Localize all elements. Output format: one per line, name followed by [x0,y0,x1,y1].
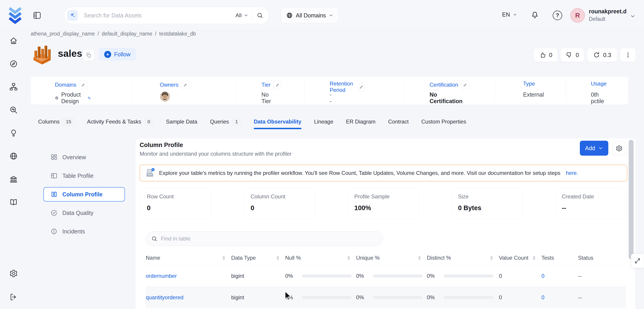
column-header-name[interactable]: Name [146,255,231,261]
upvote-button[interactable]: 0 [534,48,558,62]
workflow-document-icon [144,168,156,178]
sidebar-item-incidents[interactable]: Incidents [44,224,125,239]
sidebar-item-label: Incidents [62,228,85,235]
tab-sample-data[interactable]: Sample Data [166,114,197,129]
column-header-data-type[interactable]: Data Type [231,255,285,261]
type-label: Type [523,81,535,87]
help-icon[interactable]: ? [553,11,562,20]
search-icon[interactable] [257,12,263,19]
column-header-status[interactable]: Status [578,255,626,261]
home-icon[interactable] [9,37,18,45]
table-row[interactable]: ordernumber bigint 0% 0% 0% 0 0 -- [146,265,626,286]
breadcrumb-database[interactable]: default_display_name [102,31,152,37]
find-in-table-input[interactable] [160,235,378,242]
user-menu-chevron-icon[interactable] [630,14,636,19]
progress-bar [444,296,493,299]
observability-icon[interactable] [9,106,18,114]
column-header-value-count[interactable]: Value Count [499,255,542,261]
domains-globe-icon[interactable] [9,152,18,160]
downvote-button[interactable]: 0 [560,48,584,62]
follow-button[interactable]: ★ Follow [99,48,136,61]
tab-queries[interactable]: Queries1 [210,114,241,129]
exclamation-circle-icon [50,228,58,235]
edit-retention-button[interactable] [358,83,364,91]
insights-bulb-icon[interactable] [9,129,18,137]
domains-label: Domains [55,82,76,88]
sort-icon[interactable] [276,256,279,260]
edit-owners-button[interactable] [181,81,190,89]
tab-data-observability[interactable]: Data Observability [254,114,302,129]
column-name-link[interactable]: ordernumber [146,273,231,279]
column-header-unique-pct[interactable]: Unique % [356,255,427,261]
sidebar-item-table-profile[interactable]: Table Profile [44,169,125,183]
stat-value: 100% [354,204,371,212]
app-logo-icon[interactable] [8,6,22,24]
copy-name-button[interactable] [83,49,94,61]
tab-lineage[interactable]: Lineage [314,114,333,129]
add-button[interactable]: Add [580,141,608,156]
column-name-link[interactable]: quantityordered [146,294,231,301]
column-header-distinct-pct[interactable]: Distinct % [427,255,499,261]
tab-contract[interactable]: Contract [388,114,409,129]
stat-label: Size [458,193,469,200]
tab-activity-feeds[interactable]: Activity Feeds & Tasks0 [87,114,153,129]
tab-columns[interactable]: Columns15 [38,114,74,129]
table-row[interactable]: quantityordered bigint 0% 0% 0% 0 0 -- [146,286,626,308]
user-name: rounakpreet.d [589,8,626,15]
stat-card-column-count: Column Count 0 [244,188,315,219]
score-button[interactable]: 0.3 [587,48,617,62]
refresh-icon [593,52,600,58]
banner-docs-link[interactable]: here. [566,170,578,176]
edit-certification-button[interactable] [461,81,470,89]
panel-scrollbar[interactable] [629,140,634,259]
owner-avatar[interactable] [160,91,170,102]
governance-bank-icon[interactable] [9,175,18,183]
breadcrumb-service[interactable]: athena_prod_display_name [31,31,95,37]
tab-er-diagram[interactable]: ER Diagram [346,114,376,129]
tests-link[interactable]: 0 [542,294,578,301]
sort-icon[interactable] [347,256,350,260]
downvote-count: 0 [576,52,579,59]
language-dropdown[interactable]: EN [502,11,517,18]
sidebar-bottom-icons [9,269,18,301]
domain-value[interactable]: Product Design [61,91,85,105]
column-header-tests[interactable]: Tests [542,255,578,261]
profiler-settings-button[interactable] [612,141,626,156]
more-actions-button[interactable] [620,48,636,62]
divider [252,11,253,20]
chevron-down-icon [329,13,333,18]
search-input[interactable] [78,12,236,19]
check-circle-icon [50,209,58,216]
sort-icon[interactable] [490,256,493,260]
glossary-book-icon[interactable] [9,198,18,206]
sidebar-toggle-icon[interactable] [33,11,41,20]
edit-tier-button[interactable] [273,81,282,89]
expand-panel-button[interactable] [631,253,644,268]
entity-metadata-panel: Domains Product Design Owners [31,77,628,105]
thumbs-down-icon [566,52,572,58]
sidebar-item-column-profile[interactable]: Column Profile [44,187,125,202]
settings-gear-icon[interactable] [9,269,18,278]
notifications-bell-icon[interactable] [530,11,539,20]
data-assets-sitemap-icon[interactable] [9,83,18,91]
sidebar-item-data-quality[interactable]: Data Quality [44,206,125,220]
all-domains-button[interactable]: All Domains [281,8,338,23]
edit-domains-button[interactable] [79,81,88,89]
sort-icon[interactable] [222,256,225,260]
user-menu[interactable]: rounakpreet.d Default [589,8,626,22]
user-avatar[interactable]: R [570,8,585,23]
column-header-null-pct[interactable]: Null % [285,255,356,261]
kebab-icon [625,52,631,58]
search-scope-dropdown[interactable]: All [236,12,248,19]
sort-icon[interactable] [418,256,421,260]
logout-icon[interactable] [9,293,18,301]
sort-icon[interactable] [532,256,536,260]
sidebar-item-overview[interactable]: Overview [44,150,125,164]
ai-sparkle-icon[interactable] [67,10,78,21]
tab-custom-properties[interactable]: Custom Properties [421,114,466,129]
user-team: Default [589,16,626,22]
breadcrumb-schema[interactable]: testdatalake_db [159,31,196,37]
explore-compass-icon[interactable] [9,60,18,68]
stat-value: -- [562,204,566,212]
tests-link[interactable]: 0 [542,273,578,279]
